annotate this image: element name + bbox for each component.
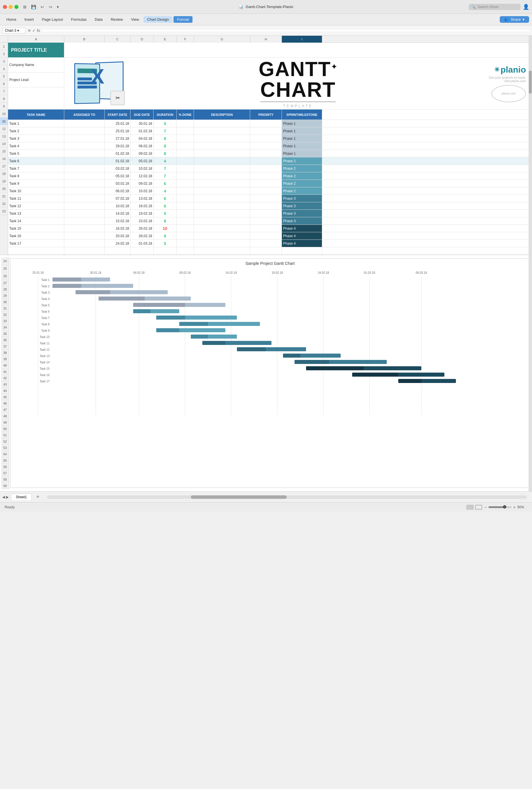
task-name-9[interactable]: Task 4	[8, 142, 64, 150]
priority-15[interactable]	[250, 187, 282, 194]
priority-17[interactable]	[250, 202, 282, 210]
row-num-49[interactable]: 49	[1, 419, 9, 426]
share-button[interactable]: 👥 Share ▾	[500, 16, 529, 23]
row-num-25[interactable]: 25	[1, 265, 9, 272]
start-12[interactable]: 03.02.18	[104, 165, 131, 172]
row-num-37[interactable]: 37	[1, 343, 9, 349]
row-num-17[interactable]: 17	[0, 162, 8, 170]
more-icon[interactable]: ▾	[56, 4, 60, 10]
phase-20[interactable]: Phase 4	[282, 225, 322, 232]
cell-b23[interactable]	[64, 247, 104, 254]
row-num-28[interactable]: 28	[1, 286, 9, 292]
row-num-55[interactable]: 55	[1, 457, 9, 464]
phase-10[interactable]: Phase 1	[282, 150, 322, 157]
row-num-38[interactable]: 38	[1, 349, 9, 356]
desc-18[interactable]	[194, 210, 250, 217]
due-21[interactable]: 28.02.18	[131, 232, 154, 239]
due-10[interactable]: 09.02.18	[131, 150, 154, 157]
row-num-21[interactable]: 21	[0, 192, 8, 200]
h-scroll-thumb[interactable]	[191, 495, 287, 499]
due-11[interactable]: 05.02.18	[131, 157, 154, 165]
phase-22[interactable]: Phase 4	[282, 240, 322, 247]
desc-12[interactable]	[194, 165, 250, 172]
next-sheet-icon[interactable]: ▶	[6, 495, 8, 499]
start-22[interactable]: 24.02.18	[104, 240, 131, 247]
dur-18[interactable]: 5	[154, 210, 177, 217]
cell-a4[interactable]	[8, 87, 64, 109]
row-num-52[interactable]: 52	[1, 438, 9, 445]
priority-6[interactable]	[250, 120, 282, 127]
row-num-44[interactable]: 44	[1, 388, 9, 394]
cancel-formula-icon[interactable]: ✕	[28, 28, 31, 33]
desc-9[interactable]	[194, 142, 250, 150]
row-num-29[interactable]: 29	[1, 292, 9, 299]
dur-16[interactable]: 6	[154, 195, 177, 202]
assigned-18[interactable]	[64, 210, 104, 217]
project-lead-cell[interactable]: Project Lead	[8, 73, 64, 88]
start-6[interactable]: 25.01.18	[104, 120, 131, 127]
pct-6[interactable]	[177, 120, 194, 127]
priority-19[interactable]	[250, 217, 282, 225]
row-num-5[interactable]: 5	[0, 73, 8, 80]
desc-17[interactable]	[194, 202, 250, 210]
cell-f23[interactable]	[177, 247, 194, 254]
vertical-scrollbar[interactable]	[529, 36, 532, 491]
start-9[interactable]: 29.01.18	[104, 142, 131, 150]
formula-input[interactable]	[42, 30, 530, 32]
row-num-2[interactable]: 2	[0, 50, 8, 58]
row-num-3[interactable]: 3	[0, 58, 8, 65]
zoom-out-icon[interactable]: −	[484, 505, 487, 509]
zoom-in-icon[interactable]: +	[513, 505, 516, 509]
due-22[interactable]: 01.03.18	[131, 240, 154, 247]
row-num-34[interactable]: 34	[1, 324, 9, 330]
menu-data[interactable]: Data	[91, 16, 106, 23]
start-16[interactable]: 07.02.18	[104, 195, 131, 202]
assigned-21[interactable]	[64, 232, 104, 239]
priority-10[interactable]	[250, 150, 282, 157]
dur-12[interactable]: 7	[154, 165, 177, 172]
row-num-6[interactable]: 6	[0, 80, 8, 88]
menu-formulas[interactable]: Formulas	[68, 16, 90, 23]
row-num-10[interactable]: 10	[0, 110, 8, 118]
priority-21[interactable]	[250, 232, 282, 239]
col-header-g[interactable]: G	[194, 36, 250, 43]
task-name-18[interactable]: Task 13	[8, 210, 64, 217]
pct-19[interactable]	[177, 217, 194, 225]
pct-22[interactable]	[177, 240, 194, 247]
pct-17[interactable]	[177, 202, 194, 210]
row-num-53[interactable]: 53	[1, 445, 9, 451]
start-11[interactable]: 01.02.18	[104, 157, 131, 165]
task-name-8[interactable]: Task 3	[8, 135, 64, 142]
cell-a23[interactable]	[8, 247, 64, 254]
phase-6[interactable]: Phase 1	[282, 120, 322, 127]
menu-format[interactable]: Format	[173, 16, 192, 23]
zoom-handle[interactable]	[503, 505, 506, 508]
priority-20[interactable]	[250, 225, 282, 232]
task-name-6[interactable]: Task 1	[8, 120, 64, 127]
start-21[interactable]: 20.02.18	[104, 232, 131, 239]
task-name-17[interactable]: Task 12	[8, 202, 64, 210]
cell-a1[interactable]: PROJECT TITLE	[8, 43, 64, 57]
phase-12[interactable]: Phase 2	[282, 165, 322, 172]
menu-page-layout[interactable]: Page Layout	[38, 16, 66, 23]
dur-15[interactable]: 4	[154, 187, 177, 194]
pct-18[interactable]	[177, 210, 194, 217]
desc-7[interactable]	[194, 127, 250, 135]
assigned-13[interactable]	[64, 172, 104, 179]
row-num-51[interactable]: 51	[1, 432, 9, 438]
cell-g23[interactable]	[194, 247, 250, 254]
priority-13[interactable]	[250, 172, 282, 179]
priority-7[interactable]	[250, 127, 282, 135]
priority-12[interactable]	[250, 165, 282, 172]
due-19[interactable]: 23.02.18	[131, 217, 154, 225]
due-7[interactable]: 01.02.18	[131, 127, 154, 135]
task-name-19[interactable]: Task 14	[8, 217, 64, 225]
assigned-14[interactable]	[64, 180, 104, 187]
start-15[interactable]: 06.02.18	[104, 187, 131, 194]
pct-16[interactable]	[177, 195, 194, 202]
close-button[interactable]	[3, 5, 7, 9]
start-20[interactable]: 16.02.18	[104, 225, 131, 232]
phase-15[interactable]: Phase 2	[282, 187, 322, 194]
task-name-21[interactable]: Task 16	[8, 232, 64, 239]
pct-10[interactable]	[177, 150, 194, 157]
